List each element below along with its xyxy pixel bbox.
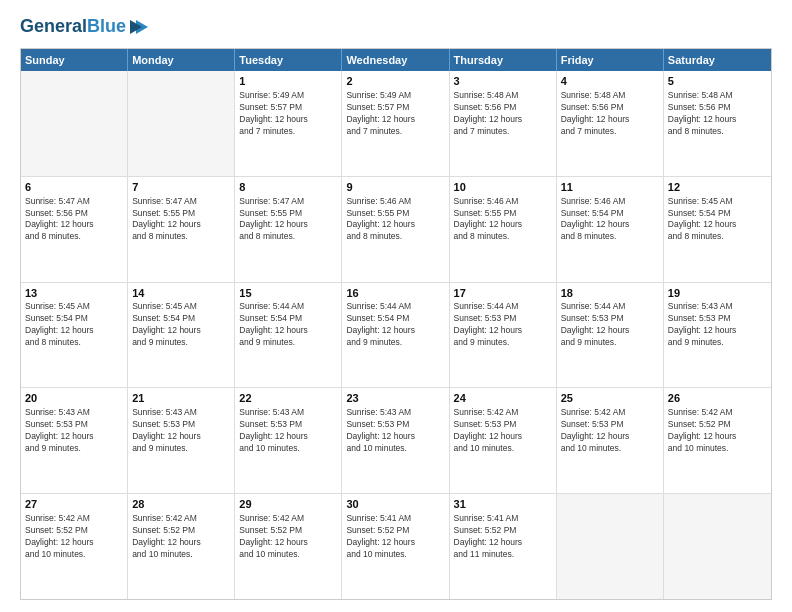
calendar-cell: 4Sunrise: 5:48 AM Sunset: 5:56 PM Daylig… [557,71,664,176]
day-number: 19 [668,286,767,301]
day-number: 23 [346,391,444,406]
day-info: Sunrise: 5:45 AM Sunset: 5:54 PM Dayligh… [25,301,123,349]
calendar-cell: 9Sunrise: 5:46 AM Sunset: 5:55 PM Daylig… [342,177,449,282]
day-number: 15 [239,286,337,301]
day-info: Sunrise: 5:42 AM Sunset: 5:53 PM Dayligh… [561,407,659,455]
day-info: Sunrise: 5:47 AM Sunset: 5:56 PM Dayligh… [25,196,123,244]
calendar-body: 1Sunrise: 5:49 AM Sunset: 5:57 PM Daylig… [21,71,771,599]
day-info: Sunrise: 5:43 AM Sunset: 5:53 PM Dayligh… [346,407,444,455]
calendar-row: 27Sunrise: 5:42 AM Sunset: 5:52 PM Dayli… [21,494,771,599]
calendar-cell: 24Sunrise: 5:42 AM Sunset: 5:53 PM Dayli… [450,388,557,493]
day-info: Sunrise: 5:44 AM Sunset: 5:54 PM Dayligh… [239,301,337,349]
day-info: Sunrise: 5:41 AM Sunset: 5:52 PM Dayligh… [346,513,444,561]
day-number: 5 [668,74,767,89]
day-info: Sunrise: 5:42 AM Sunset: 5:52 PM Dayligh… [132,513,230,561]
day-number: 22 [239,391,337,406]
calendar-header-cell: Thursday [450,49,557,71]
calendar-cell [664,494,771,599]
calendar-header-cell: Friday [557,49,664,71]
logo: GeneralBlue [20,16,150,38]
calendar-cell: 20Sunrise: 5:43 AM Sunset: 5:53 PM Dayli… [21,388,128,493]
calendar-cell: 23Sunrise: 5:43 AM Sunset: 5:53 PM Dayli… [342,388,449,493]
calendar-cell: 5Sunrise: 5:48 AM Sunset: 5:56 PM Daylig… [664,71,771,176]
day-info: Sunrise: 5:43 AM Sunset: 5:53 PM Dayligh… [25,407,123,455]
day-info: Sunrise: 5:43 AM Sunset: 5:53 PM Dayligh… [132,407,230,455]
calendar-row: 20Sunrise: 5:43 AM Sunset: 5:53 PM Dayli… [21,388,771,494]
day-info: Sunrise: 5:42 AM Sunset: 5:52 PM Dayligh… [668,407,767,455]
day-number: 17 [454,286,552,301]
calendar-header-cell: Sunday [21,49,128,71]
calendar-cell: 14Sunrise: 5:45 AM Sunset: 5:54 PM Dayli… [128,283,235,388]
calendar: SundayMondayTuesdayWednesdayThursdayFrid… [20,48,772,600]
day-info: Sunrise: 5:44 AM Sunset: 5:53 PM Dayligh… [454,301,552,349]
calendar-header-cell: Monday [128,49,235,71]
day-info: Sunrise: 5:44 AM Sunset: 5:53 PM Dayligh… [561,301,659,349]
day-info: Sunrise: 5:47 AM Sunset: 5:55 PM Dayligh… [239,196,337,244]
day-number: 25 [561,391,659,406]
calendar-cell: 27Sunrise: 5:42 AM Sunset: 5:52 PM Dayli… [21,494,128,599]
calendar-cell: 19Sunrise: 5:43 AM Sunset: 5:53 PM Dayli… [664,283,771,388]
day-info: Sunrise: 5:49 AM Sunset: 5:57 PM Dayligh… [239,90,337,138]
logo-icon [128,16,150,38]
day-info: Sunrise: 5:45 AM Sunset: 5:54 PM Dayligh… [132,301,230,349]
calendar-cell [21,71,128,176]
day-number: 8 [239,180,337,195]
day-info: Sunrise: 5:45 AM Sunset: 5:54 PM Dayligh… [668,196,767,244]
calendar-cell: 29Sunrise: 5:42 AM Sunset: 5:52 PM Dayli… [235,494,342,599]
day-info: Sunrise: 5:46 AM Sunset: 5:54 PM Dayligh… [561,196,659,244]
day-number: 31 [454,497,552,512]
day-number: 29 [239,497,337,512]
calendar-cell: 21Sunrise: 5:43 AM Sunset: 5:53 PM Dayli… [128,388,235,493]
day-info: Sunrise: 5:48 AM Sunset: 5:56 PM Dayligh… [454,90,552,138]
day-number: 30 [346,497,444,512]
calendar-cell: 22Sunrise: 5:43 AM Sunset: 5:53 PM Dayli… [235,388,342,493]
day-number: 7 [132,180,230,195]
calendar-cell: 10Sunrise: 5:46 AM Sunset: 5:55 PM Dayli… [450,177,557,282]
day-number: 6 [25,180,123,195]
day-number: 24 [454,391,552,406]
calendar-cell: 11Sunrise: 5:46 AM Sunset: 5:54 PM Dayli… [557,177,664,282]
day-info: Sunrise: 5:43 AM Sunset: 5:53 PM Dayligh… [668,301,767,349]
day-info: Sunrise: 5:49 AM Sunset: 5:57 PM Dayligh… [346,90,444,138]
calendar-header-cell: Wednesday [342,49,449,71]
calendar-cell: 17Sunrise: 5:44 AM Sunset: 5:53 PM Dayli… [450,283,557,388]
day-number: 13 [25,286,123,301]
day-info: Sunrise: 5:48 AM Sunset: 5:56 PM Dayligh… [668,90,767,138]
calendar-cell [557,494,664,599]
day-info: Sunrise: 5:42 AM Sunset: 5:53 PM Dayligh… [454,407,552,455]
calendar-cell: 18Sunrise: 5:44 AM Sunset: 5:53 PM Dayli… [557,283,664,388]
day-info: Sunrise: 5:46 AM Sunset: 5:55 PM Dayligh… [346,196,444,244]
page: GeneralBlue SundayMondayTuesdayWednesday… [0,0,792,612]
calendar-row: 13Sunrise: 5:45 AM Sunset: 5:54 PM Dayli… [21,283,771,389]
day-number: 14 [132,286,230,301]
day-info: Sunrise: 5:42 AM Sunset: 5:52 PM Dayligh… [239,513,337,561]
calendar-cell: 30Sunrise: 5:41 AM Sunset: 5:52 PM Dayli… [342,494,449,599]
day-info: Sunrise: 5:44 AM Sunset: 5:54 PM Dayligh… [346,301,444,349]
calendar-cell: 1Sunrise: 5:49 AM Sunset: 5:57 PM Daylig… [235,71,342,176]
calendar-cell: 12Sunrise: 5:45 AM Sunset: 5:54 PM Dayli… [664,177,771,282]
day-number: 28 [132,497,230,512]
day-number: 21 [132,391,230,406]
day-number: 3 [454,74,552,89]
day-number: 27 [25,497,123,512]
logo-text: GeneralBlue [20,17,126,37]
calendar-cell: 28Sunrise: 5:42 AM Sunset: 5:52 PM Dayli… [128,494,235,599]
calendar-cell: 7Sunrise: 5:47 AM Sunset: 5:55 PM Daylig… [128,177,235,282]
day-number: 20 [25,391,123,406]
calendar-cell: 6Sunrise: 5:47 AM Sunset: 5:56 PM Daylig… [21,177,128,282]
calendar-cell: 3Sunrise: 5:48 AM Sunset: 5:56 PM Daylig… [450,71,557,176]
calendar-row: 6Sunrise: 5:47 AM Sunset: 5:56 PM Daylig… [21,177,771,283]
day-number: 11 [561,180,659,195]
day-number: 4 [561,74,659,89]
day-number: 18 [561,286,659,301]
day-number: 9 [346,180,444,195]
calendar-cell [128,71,235,176]
calendar-header-cell: Tuesday [235,49,342,71]
day-info: Sunrise: 5:41 AM Sunset: 5:52 PM Dayligh… [454,513,552,561]
calendar-cell: 26Sunrise: 5:42 AM Sunset: 5:52 PM Dayli… [664,388,771,493]
day-number: 10 [454,180,552,195]
header: GeneralBlue [20,16,772,38]
day-info: Sunrise: 5:47 AM Sunset: 5:55 PM Dayligh… [132,196,230,244]
calendar-header-cell: Saturday [664,49,771,71]
day-number: 1 [239,74,337,89]
